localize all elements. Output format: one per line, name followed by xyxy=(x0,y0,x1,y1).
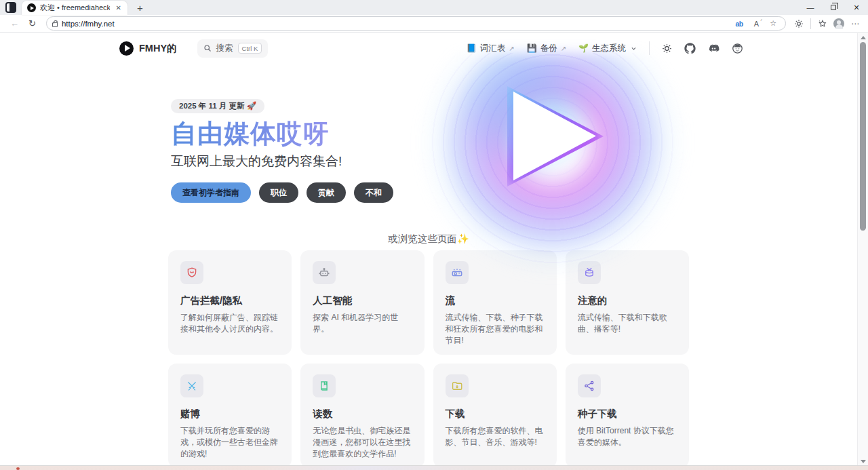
card-description: 下载并玩所有您喜爱的游戏，或模仿一些古老但金牌的游戏! xyxy=(180,425,279,460)
mascot-face-icon[interactable] xyxy=(732,43,743,54)
chevron-down-icon xyxy=(631,45,637,52)
restore-button[interactable] xyxy=(822,0,845,15)
tab-close-icon[interactable]: ✕ xyxy=(114,3,123,12)
card-title: 下载 xyxy=(446,408,545,420)
vertical-scrollbar[interactable] xyxy=(857,33,868,465)
search-shortcut-badge: Ctrl K xyxy=(238,43,262,54)
card-listening[interactable]: 注意的 流式传输、下载和下载歌曲、播客等! xyxy=(566,250,689,355)
card-title: 种子下载 xyxy=(578,408,677,420)
browse-prompt: 或浏览这些页面✨ xyxy=(0,233,857,248)
drum-icon xyxy=(578,261,601,284)
restore-icon xyxy=(831,5,836,10)
card-title: 注意的 xyxy=(578,294,677,307)
card-torrenting[interactable]: 种子下载 使用 BitTorrent 协议下载您喜爱的媒体。 xyxy=(566,364,689,465)
toolbar-right: ⋯ xyxy=(791,18,863,29)
search-icon xyxy=(203,44,212,52)
swords-icon xyxy=(180,374,203,397)
window-controls: — ✕ xyxy=(799,0,868,15)
card-description: 使用 BitTorrent 协议下载您喜爱的媒体。 xyxy=(578,425,677,448)
card-description: 无论您是书虫、御宅族还是漫画迷，您都可以在这里找到您最喜欢的文学作品! xyxy=(313,425,412,460)
card-description: 流式传输、下载和下载歌曲、播客等! xyxy=(578,312,677,335)
more-menu-icon[interactable]: ⋯ xyxy=(848,19,863,28)
card-streaming[interactable]: 流 流式传输、下载、种子下载和狂欢所有您喜爱的电影和节目! xyxy=(433,250,557,355)
nav-ecosystem-label: 生态系统 xyxy=(592,43,626,54)
minimize-button[interactable]: — xyxy=(799,0,822,15)
logo-play-icon xyxy=(119,41,134,56)
card-title: 人工智能 xyxy=(313,294,412,307)
browser-essentials-icon[interactable] xyxy=(791,19,806,28)
lock-icon xyxy=(52,22,58,27)
favorites-sparkle-icon[interactable] xyxy=(815,19,830,28)
scroll-up-icon[interactable] xyxy=(858,33,868,41)
hero-buttons: 查看初学者指南 职位 贡献 不和 xyxy=(171,182,456,203)
nav-backup-link[interactable]: 💾 备份 ↗ xyxy=(527,43,566,54)
taskbar-dot xyxy=(16,467,20,470)
translate-icon[interactable]: ab xyxy=(732,20,747,28)
scroll-down-icon[interactable] xyxy=(858,457,868,465)
discord-icon[interactable] xyxy=(708,43,719,54)
back-icon[interactable]: ← xyxy=(5,18,24,28)
tab-title: 欢迎 • freemediaheckyeah xyxy=(40,3,110,13)
beginners-guide-button[interactable]: 查看初学者指南 xyxy=(171,182,251,203)
site-logo[interactable]: FMHY的 xyxy=(119,41,177,56)
browser-window: 欢迎 • freemediaheckyeah ✕ + — ✕ ← ↻ https… xyxy=(0,0,868,470)
browser-toolbar: ← ↻ https://fmhy.net ab A ☆ ⋯ xyxy=(0,15,868,33)
card-description: 下载所有您喜爱的软件、电影、节目、音乐、游戏等! xyxy=(446,425,545,448)
url-text[interactable]: https://fmhy.net xyxy=(62,20,728,28)
site-header: FMHY的 搜索 Ctrl K 📘 词汇表 ↗ 💾 备份 ↗ xyxy=(0,33,857,63)
toolbar-divider xyxy=(810,18,811,29)
card-title: 广告拦截/隐私 xyxy=(180,294,279,307)
header-nav: 📘 词汇表 ↗ 💾 备份 ↗ 🌱 生态系统 xyxy=(467,41,743,55)
search-input[interactable]: 搜索 Ctrl K xyxy=(197,39,269,58)
logo-text: FMHY的 xyxy=(139,42,177,55)
projector-icon xyxy=(446,261,469,284)
category-grid: 广告拦截/隐私 了解如何屏蔽广告、跟踪链接和其他令人讨厌的内容。 人工智能 探索… xyxy=(168,250,689,465)
shield-icon xyxy=(180,261,203,284)
posts-button[interactable]: 职位 xyxy=(259,182,298,203)
card-ai[interactable]: 人工智能 探索 AI 和机器学习的世界。 xyxy=(300,250,424,355)
card-description: 流式传输、下载、种子下载和狂欢所有您喜爱的电影和节目! xyxy=(446,312,545,347)
card-description: 了解如何屏蔽广告、跟踪链接和其他令人讨厌的内容。 xyxy=(180,312,279,335)
card-title: 流 xyxy=(446,294,545,307)
update-badge: 2025 年 11 月 更新 🚀 xyxy=(171,99,264,113)
hero-section: 2025 年 11 月 更新 🚀 自由媒体哎呀 互联网上最大的免费内容集合! 查… xyxy=(0,63,857,233)
address-bar[interactable]: https://fmhy.net ab A ☆ xyxy=(46,16,786,31)
card-title: 赌博 xyxy=(180,408,279,420)
card-adblock-privacy[interactable]: 广告拦截/隐私 了解如何屏蔽广告、跟踪链接和其他令人讨厌的内容。 xyxy=(168,250,292,355)
nav-glossary-label: 词汇表 xyxy=(480,43,506,54)
close-button[interactable]: ✕ xyxy=(845,0,868,15)
header-divider xyxy=(649,41,650,55)
external-link-icon: ↗ xyxy=(509,45,514,52)
card-title: 读数 xyxy=(313,408,412,420)
favorite-star-icon[interactable]: ☆ xyxy=(766,19,780,28)
browser-tab-bar: 欢迎 • freemediaheckyeah ✕ + — ✕ xyxy=(0,0,868,15)
contribute-button[interactable]: 贡献 xyxy=(307,182,346,203)
refresh-icon[interactable]: ↻ xyxy=(24,18,41,28)
site-favicon-play-icon xyxy=(27,3,36,12)
nav-backup-label: 备份 xyxy=(540,43,557,54)
card-gaming[interactable]: 赌博 下载并玩所有您喜爱的游戏，或模仿一些古老但金牌的游戏! xyxy=(168,364,292,465)
card-reading[interactable]: 读数 无论您是书虫、御宅族还是漫画迷，您都可以在这里找到您最喜欢的文学作品! xyxy=(300,364,424,465)
browser-tab[interactable]: 欢迎 • freemediaheckyeah ✕ xyxy=(22,1,127,15)
play-triangle-icon xyxy=(513,92,596,180)
discord-button[interactable]: 不和 xyxy=(354,182,393,203)
theme-toggle-sun-icon[interactable] xyxy=(662,43,672,54)
page-content: FMHY的 搜索 Ctrl K 📘 词汇表 ↗ 💾 备份 ↗ xyxy=(0,33,857,465)
search-label: 搜索 xyxy=(216,43,233,54)
book-emoji-icon: 📘 xyxy=(467,43,477,53)
folder-download-icon xyxy=(446,374,469,397)
profile-avatar[interactable] xyxy=(833,18,844,29)
github-icon[interactable] xyxy=(684,43,696,54)
read-aloud-icon[interactable]: A xyxy=(751,20,762,28)
nav-ecosystem-menu[interactable]: 🌱 生态系统 xyxy=(578,43,637,54)
page-subtitle: 互联网上最大的免费内容集合! xyxy=(171,153,456,170)
floppy-emoji-icon: 💾 xyxy=(527,43,537,53)
new-tab-button[interactable]: + xyxy=(133,2,147,14)
scrollbar-thumb[interactable] xyxy=(860,42,866,231)
tab-workspaces-icon[interactable] xyxy=(5,2,16,13)
hero-text-block: 2025 年 11 月 更新 🚀 自由媒体哎呀 互联网上最大的免费内容集合! 查… xyxy=(171,99,456,203)
card-downloading[interactable]: 下载 下载所有您喜爱的软件、电影、节目、音乐、游戏等! xyxy=(433,364,557,465)
share-nodes-icon xyxy=(578,374,601,397)
taskbar-peek-strip xyxy=(0,465,868,470)
nav-glossary-link[interactable]: 📘 词汇表 ↗ xyxy=(467,43,515,54)
